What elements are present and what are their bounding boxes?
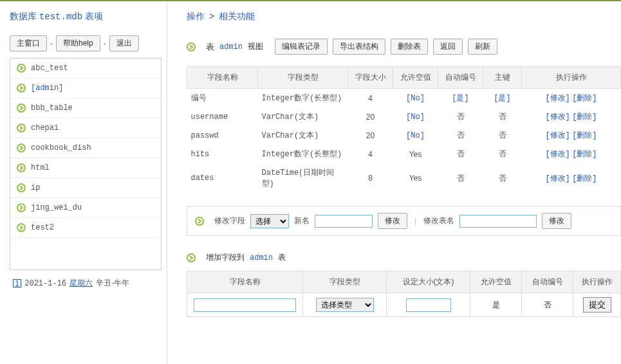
table-list[interactable]: abc_test[admin]bbb_tablechepaicookbook_d… — [10, 58, 162, 270]
add-field-table-link[interactable]: admin — [250, 253, 273, 262]
table-item-name: html — [31, 163, 50, 172]
table-name-link[interactable]: admin — [219, 42, 243, 51]
arrow-icon — [17, 84, 26, 93]
delete-link[interactable]: [删除] — [572, 94, 597, 103]
newname-input[interactable] — [315, 215, 373, 228]
export-struct-button[interactable]: 导出表结构 — [333, 39, 385, 55]
add-col-name: 字段名称 — [187, 271, 303, 293]
sidebar-table-item[interactable]: chepai — [10, 118, 161, 138]
field-nullable-cell: Yes — [393, 163, 438, 193]
newname-label: 新名 — [294, 215, 310, 226]
sidebar-table-item[interactable]: bbb_table — [10, 98, 161, 118]
table-header-row: 表 admin 视图 编辑表记录 导出表结构 删除表 返回 刷新 — [187, 39, 621, 55]
field-pk-cell: 否 — [483, 163, 522, 193]
field-nullable-cell: [No] — [393, 126, 438, 145]
modify-link[interactable]: [修改] — [545, 113, 570, 122]
add-field-suffix: 表 — [278, 252, 286, 263]
modify-link[interactable]: [修改] — [545, 150, 570, 159]
rename-table-button[interactable]: 修改 — [542, 213, 571, 229]
delete-link[interactable]: [删除] — [572, 150, 597, 159]
modify-field-label: 修改字段 — [214, 215, 245, 226]
svg-point-5 — [17, 164, 25, 172]
weekday-link[interactable]: 星期六 — [70, 278, 93, 289]
exit-button[interactable]: 退出 — [109, 35, 139, 51]
col-pk: 主键 — [483, 67, 522, 89]
field-type-cell: VarChar(文本) — [258, 107, 348, 126]
field-actions-cell: [修改] [删除] — [522, 145, 621, 163]
add-col-actions: 执行操作 — [573, 271, 621, 293]
modify-link[interactable]: [修改] — [545, 94, 570, 103]
delete-link[interactable]: [删除] — [572, 174, 597, 183]
crumb-op[interactable]: 操作 — [187, 11, 205, 21]
sidebar: 数据库 test.mdb 表项 主窗口 - 帮助help - 退出 abc_te… — [0, 1, 167, 364]
table-item-name: chepai — [31, 123, 59, 132]
field-pk-cell: 否 — [483, 145, 522, 163]
main-window-button[interactable]: 主窗口 — [10, 35, 47, 51]
main-content: 操作 > 相关功能 表 admin 视图 编辑表记录 导出表结构 删除表 返回 … — [167, 1, 621, 364]
delete-link[interactable]: [删除] — [572, 131, 597, 140]
add-col-type: 字段类型 — [303, 271, 387, 293]
autonum-link[interactable]: [是] — [452, 94, 468, 103]
field-autonum-cell: 否 — [438, 107, 483, 126]
arrow-icon — [17, 64, 26, 73]
field-size-cell: 20 — [348, 126, 393, 145]
table-item-name: abc_test — [31, 64, 68, 73]
add-field-row: 选择类型 是 否 提交 — [187, 293, 621, 317]
arrow-icon — [17, 203, 26, 212]
pk-link[interactable]: [是] — [494, 94, 510, 103]
lunar-text: 辛丑-牛年 — [96, 278, 129, 289]
arrow-icon — [17, 183, 26, 192]
svg-point-2 — [17, 104, 25, 112]
field-name-cell: dates — [187, 163, 258, 193]
svg-point-3 — [17, 124, 25, 132]
crumb-sep: > — [209, 11, 214, 21]
arrow-icon — [17, 163, 26, 172]
field-pk-cell: [是] — [483, 89, 522, 108]
delete-table-button[interactable]: 删除表 — [391, 39, 428, 55]
crumb-func[interactable]: 相关功能 — [219, 11, 255, 21]
field-select[interactable]: 选择 — [250, 214, 289, 228]
field-nullable-cell: Yes — [393, 145, 438, 163]
add-name-input[interactable] — [194, 298, 296, 312]
submit-button[interactable]: 提交 — [583, 297, 611, 313]
add-size-input[interactable] — [406, 298, 451, 312]
sidebar-table-item[interactable]: cookbook_dish — [10, 138, 161, 158]
field-type-cell: VarChar(文本) — [258, 126, 348, 145]
sidebar-table-item[interactable]: jing_wei_du — [10, 198, 161, 218]
sidebar-table-item[interactable]: abc_test — [10, 59, 161, 78]
help-button[interactable]: 帮助help — [56, 35, 100, 51]
delete-link[interactable]: [删除] — [572, 113, 597, 122]
col-autonum: 自动编号 — [438, 67, 483, 89]
field-autonum-cell: [是] — [438, 89, 483, 108]
modify-field-form: 修改字段 选择 新名 修改 | 修改表名 修改 — [187, 206, 621, 236]
nullable-link[interactable]: [No] — [406, 113, 425, 122]
modify-link[interactable]: [修改] — [545, 174, 570, 183]
back-button[interactable]: 返回 — [433, 39, 463, 55]
table-item-name: cookbook_dish — [31, 143, 91, 152]
field-name-cell: hits — [187, 145, 258, 163]
svg-point-4 — [17, 144, 25, 152]
sidebar-table-item[interactable]: html — [10, 158, 161, 178]
field-actions-cell: [修改] [删除] — [522, 89, 621, 108]
modify-field-button[interactable]: 修改 — [378, 213, 407, 229]
arrow-icon — [17, 223, 26, 232]
sidebar-table-item[interactable]: test2 — [10, 218, 161, 238]
sidebar-toolbar: 主窗口 - 帮助help - 退出 — [10, 35, 162, 51]
edit-records-button[interactable]: 编辑表记录 — [275, 39, 328, 55]
arrow-icon — [17, 123, 26, 132]
add-autonum-cell: 否 — [522, 293, 573, 317]
modify-link[interactable]: [修改] — [545, 131, 570, 140]
field-type-cell: Integer数字(长整型) — [258, 89, 348, 108]
nullable-link[interactable]: [No] — [406, 131, 425, 140]
add-type-select[interactable]: 选择类型 — [316, 298, 374, 312]
refresh-button[interactable]: 刷新 — [468, 39, 497, 55]
rename-table-input[interactable] — [459, 215, 537, 228]
table-item-name: bbb_table — [31, 104, 73, 113]
field-pk-cell: 否 — [483, 107, 522, 126]
field-pk-cell: 否 — [483, 126, 522, 145]
sidebar-table-item[interactable]: ip — [10, 178, 161, 198]
nullable-link[interactable]: [No] — [406, 94, 425, 103]
field-nullable-cell: [No] — [393, 89, 438, 108]
sidebar-table-item[interactable]: [admin] — [10, 78, 161, 98]
field-name-cell: 编号 — [187, 89, 258, 108]
